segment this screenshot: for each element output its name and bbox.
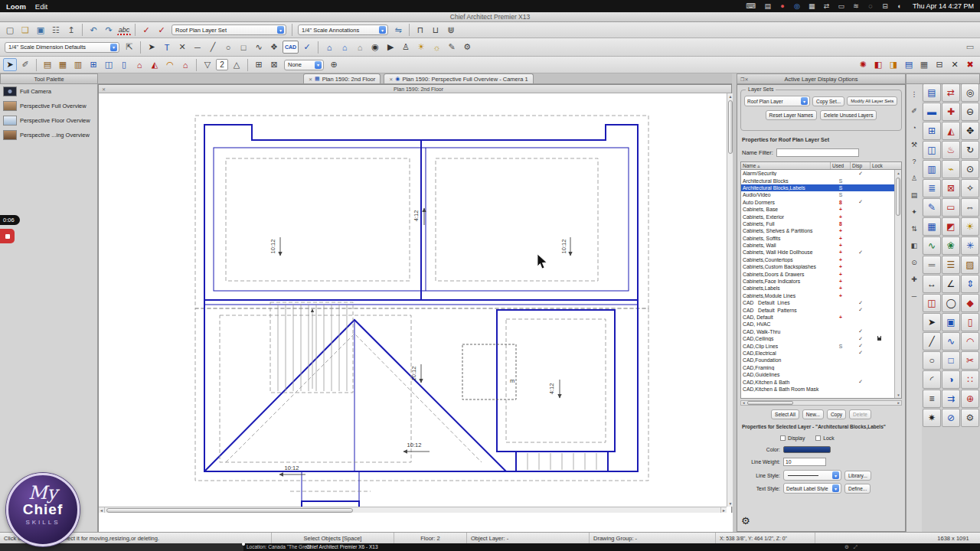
tab-close-icon[interactable]: ✕ — [309, 77, 312, 82]
siri-icon[interactable]: ◐ — [896, 2, 903, 11]
tab-plan-2nd-floor[interactable]: ✕ ▦ Plan 1590: 2nd Floor — [303, 73, 381, 83]
tab-perspective-overview[interactable]: ✕ ◉ Plan 1590: Perspective Full Overview… — [384, 73, 533, 83]
fullscreen-icon[interactable]: ⤢ — [854, 544, 858, 550]
scroll-up-icon[interactable]: ▲ — [727, 93, 733, 99]
redo-icon[interactable]: ↷ — [102, 24, 116, 37]
glass-house-icon[interactable]: ⌂ — [353, 41, 367, 54]
spline-icon[interactable]: ∿ — [942, 332, 960, 350]
fire-icon[interactable]: ♨ — [942, 141, 960, 159]
distribute-icon[interactable]: ⇉ — [942, 390, 960, 408]
keyboard-icon[interactable]: ⌨ — [745, 2, 756, 11]
layer-row[interactable]: CAD,Foundation — [741, 357, 901, 364]
compass-icon[interactable]: ✧ — [961, 179, 979, 197]
layer-set-check-icon[interactable]: ✓ — [155, 24, 168, 37]
layer-row[interactable]: CAD_ Default_Patterns✓ — [741, 306, 901, 313]
electrical-icon[interactable]: ⌁ — [942, 160, 960, 178]
sort-icon[interactable]: ⇅ — [909, 223, 920, 233]
scrollbar-thumb[interactable] — [896, 178, 900, 216]
walkthrough-icon[interactable]: ▶ — [384, 41, 397, 54]
copy-set-button[interactable]: Copy Set... — [812, 96, 844, 106]
snap-icon[interactable]: ⊙ — [909, 257, 920, 267]
layer-display-checkmark[interactable]: ✓ — [851, 336, 871, 342]
scrollbar-thumb[interactable] — [728, 100, 733, 154]
library-browser-icon[interactable]: ▤ — [41, 58, 54, 71]
panel-dock-icon[interactable]: ❐✕ — [740, 77, 748, 82]
scroll-down-icon[interactable]: ▼ — [727, 500, 733, 507]
layer-row[interactable]: Cabinets, Wall+ — [741, 242, 901, 249]
measure-icon[interactable]: ⇔ — [961, 198, 979, 217]
lock-tool-icon[interactable]: ⊘ — [942, 409, 960, 427]
terrain-icon[interactable]: ∿ — [923, 236, 941, 255]
delete-all-icon[interactable]: ✖ — [963, 58, 977, 71]
cabinet-tool-icon[interactable]: ▯ — [117, 58, 131, 71]
section-icon[interactable]: ◫ — [923, 294, 941, 312]
dimension-icon[interactable]: ↔ — [923, 275, 941, 293]
scrollbar-thumb[interactable] — [106, 508, 353, 513]
glass-wall-icon[interactable]: ▤ — [902, 58, 916, 71]
layer-table-scrollbar[interactable]: ▲ ▼ — [894, 170, 901, 398]
material-painter-icon[interactable]: ◧ — [871, 58, 885, 71]
lock-checkbox[interactable]: Lock — [815, 435, 834, 441]
scrollbar-thumb[interactable] — [747, 401, 793, 405]
magnify-icon[interactable]: ◎ — [961, 83, 979, 102]
layer-display-checkmark[interactable]: ✓ — [851, 300, 871, 306]
eyedropper-icon[interactable]: ✐ — [18, 58, 32, 71]
pdf-icon[interactable]: ▯ — [961, 313, 979, 331]
color-swatch-button[interactable] — [783, 446, 831, 453]
column-used[interactable]: Used — [831, 162, 851, 169]
tab-close-icon[interactable]: ✕ — [389, 77, 393, 82]
manual-dimension-icon[interactable]: ⊔ — [429, 24, 443, 37]
menu-clock[interactable]: Thu Apr 14 4:27 PM — [913, 2, 974, 10]
delete-layer-button[interactable]: Delete — [849, 409, 871, 419]
roof-tool-icon[interactable]: ◭ — [148, 58, 162, 71]
settings-tool-icon[interactable]: ⚙ — [961, 409, 979, 427]
annotation-settings-icon[interactable]: ⇋ — [391, 24, 405, 37]
layer-row[interactable]: Architectural Blocks,LabelsS — [741, 184, 901, 191]
shelf-icon[interactable]: ▥ — [71, 58, 85, 71]
annotation-set-dropdown[interactable]: 1/4" Scale Annotations▾ — [298, 24, 388, 35]
polyline-icon[interactable]: ╱ — [923, 332, 941, 350]
fillet-icon[interactable]: ◜ — [923, 370, 941, 389]
rotate-icon[interactable]: ↻ — [961, 141, 979, 159]
align-icon[interactable]: ≡ — [923, 390, 941, 408]
layer-row[interactable]: CAD,Framing — [741, 364, 901, 371]
rect-icon[interactable]: □ — [942, 351, 960, 370]
layer-display-checkmark[interactable]: ✓ — [851, 199, 871, 205]
modify-all-layer-sets-button[interactable]: Modify All Layer Sets — [847, 96, 897, 106]
layer-row[interactable]: Architectural BlocksS — [741, 177, 901, 184]
layer-table-horizontal-scrollbar[interactable]: ◄ ► — [740, 400, 902, 406]
sun-icon[interactable]: ☀ — [414, 41, 428, 54]
elevation-icon[interactable]: ⇕ — [961, 275, 979, 293]
hammer-icon[interactable]: ⚒ — [909, 139, 920, 149]
column-name[interactable]: Name ▵ — [741, 162, 831, 169]
pencil-icon[interactable]: ✎ — [445, 41, 459, 54]
layer-row[interactable]: CAD, HVAC — [741, 321, 901, 328]
paint-sprayer-icon[interactable]: ✺ — [856, 58, 870, 71]
layer-row[interactable]: CAD,Kitchen & Bath✓ — [741, 378, 901, 385]
callout-icon[interactable]: ◯ — [942, 294, 960, 312]
arc-icon[interactable]: ◠ — [961, 332, 979, 350]
stairs-icon[interactable]: ≣ — [923, 179, 941, 197]
cabinet-icon[interactable]: ▥ — [923, 160, 941, 178]
cross-box-tool-icon[interactable]: ✕ — [175, 41, 189, 54]
display-options-check-icon[interactable]: ✓ — [139, 24, 153, 37]
scroll-left-icon[interactable]: ◄ — [741, 401, 746, 405]
interior-dimension-icon[interactable]: ⊓ — [413, 24, 427, 37]
reference-display-icon[interactable]: ⊠ — [267, 58, 281, 71]
tape-icon[interactable]: ✐ — [909, 106, 920, 116]
text-style-select[interactable]: Default Label Style ▾ — [783, 483, 841, 494]
tool-palette-item[interactable]: Full Camera — [0, 84, 97, 99]
layer-row[interactable]: Cabinets,Custom Backsplashes+ — [741, 263, 901, 270]
trim-icon[interactable]: ✂ — [961, 351, 979, 370]
dimension-defaults-dropdown[interactable]: 1/4" Scale Dimension Defaults▾ — [5, 42, 119, 53]
arrow-tool-icon[interactable]: ➤ — [145, 41, 158, 54]
pan-icon[interactable]: ✥ — [961, 122, 979, 140]
layer-row[interactable]: CAD,Guidelines — [741, 371, 901, 378]
new-plan-icon[interactable]: ▢ — [3, 24, 17, 37]
road-icon[interactable]: ═ — [923, 256, 941, 274]
loom-stop-button[interactable] — [0, 229, 15, 243]
floor-number-field[interactable]: 2 — [216, 59, 228, 70]
panel-settings-gear-icon[interactable]: ⚙ — [741, 515, 750, 527]
point-marker-icon[interactable]: ❖ — [267, 41, 281, 54]
fill-icon[interactable]: ◧ — [909, 240, 920, 250]
